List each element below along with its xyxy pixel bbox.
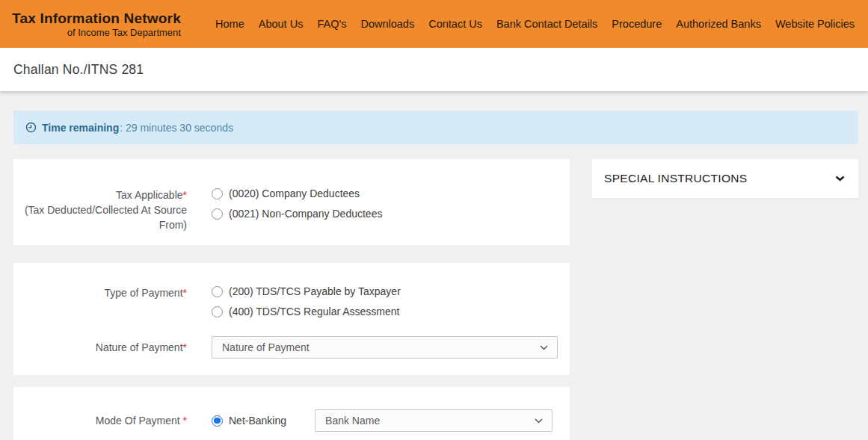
radio-label[interactable]: (0021) Non-Company Deductees — [229, 208, 382, 220]
time-remaining-value: : 29 minutes 30 seconds — [120, 122, 233, 134]
required-asterisk: * — [183, 287, 187, 299]
nav-faqs[interactable]: FAQ's — [317, 18, 346, 30]
special-instructions-panel[interactable]: SPECIAL INSTRUCTIONS — [592, 159, 858, 198]
tax-applicable-sublabel: (Tax Deducted/Collected At Source — [25, 204, 187, 216]
radio-row: (400) TDS/TCS Regular Assessment — [212, 306, 401, 317]
main-nav: Home About Us FAQ's Downloads Contact Us… — [215, 18, 856, 30]
tax-applicable-label: Tax Applicable* (Tax Deducted/Collected … — [13, 188, 187, 232]
radio-200-tds-tcs-payable[interactable] — [212, 286, 223, 297]
select-value: Bank Name — [325, 415, 535, 427]
radio-row: (0020) Company Deductees — [212, 188, 382, 199]
nav-website-policies[interactable]: Website Policies — [775, 18, 855, 30]
nav-downloads[interactable]: Downloads — [360, 18, 414, 30]
nav-home[interactable]: Home — [215, 18, 244, 30]
nature-of-payment-select[interactable]: Nature of Payment — [212, 336, 558, 359]
radio-row: (0021) Non-Company Deductees — [212, 208, 382, 220]
chevron-down-icon[interactable] — [835, 176, 845, 182]
logo-subtitle: of Income Tax Department — [67, 27, 181, 39]
radio-label[interactable]: Net-Banking — [229, 415, 286, 427]
required-asterisk: * — [183, 341, 187, 353]
time-remaining-label: Time remaining — [42, 122, 119, 134]
site-logo[interactable]: Tax Information Network of Income Tax De… — [12, 10, 181, 39]
radio-net-banking[interactable] — [212, 415, 223, 427]
mode-of-payment-label: Mode Of Payment * — [13, 413, 187, 428]
radio-label[interactable]: (400) TDS/TCS Regular Assessment — [229, 306, 400, 317]
page-title-bar: Challan No./ITNS 281 — [0, 48, 868, 91]
select-value: Nature of Payment — [222, 341, 540, 353]
special-instructions-title: SPECIAL INSTRUCTIONS — [604, 172, 747, 185]
required-asterisk: * — [183, 189, 187, 201]
sidebar-column: SPECIAL INSTRUCTIONS — [592, 159, 858, 198]
radio-row: (200) TDS/TCS Payable by Taxpayer — [212, 285, 401, 297]
logo-title: Tax Information Network — [12, 10, 181, 27]
required-asterisk: * — [183, 415, 187, 427]
tax-applicable-section: Tax Applicable* (Tax Deducted/Collected … — [13, 159, 570, 245]
radio-400-tds-tcs-regular[interactable] — [212, 306, 223, 317]
form-column: Tax Applicable* (Tax Deducted/Collected … — [13, 159, 570, 440]
payment-type-section: Type of Payment* (200) TDS/TCS Payable b… — [13, 263, 570, 375]
time-remaining-banner: Time remaining : 29 minutes 30 seconds — [13, 111, 858, 144]
mode-of-payment-section: Mode Of Payment * Net-Banking Bank Name — [13, 387, 570, 440]
type-of-payment-label: Type of Payment* — [13, 285, 187, 326]
radio-0021-non-company-deductees[interactable] — [212, 208, 223, 220]
radio-label[interactable]: (200) TDS/TCS Payable by Taxpayer — [229, 285, 401, 297]
nav-procedure[interactable]: Procedure — [612, 18, 662, 30]
chevron-down-icon — [540, 345, 548, 350]
page-title: Challan No./ITNS 281 — [13, 62, 144, 78]
nav-contact-us[interactable]: Contact Us — [428, 18, 482, 30]
nav-bank-contact-details[interactable]: Bank Contact Details — [496, 18, 597, 30]
clock-icon — [25, 122, 37, 133]
nav-authorized-banks[interactable]: Authorized Banks — [676, 18, 761, 30]
top-header: Tax Information Network of Income Tax De… — [0, 0, 868, 48]
nature-of-payment-label: Nature of Payment* — [13, 340, 187, 355]
chevron-down-icon — [535, 418, 543, 424]
bank-name-select[interactable]: Bank Name — [315, 409, 552, 432]
radio-0020-company-deductees[interactable] — [212, 188, 223, 199]
main-content: Time remaining : 29 minutes 30 seconds T… — [0, 91, 868, 440]
nav-about-us[interactable]: About Us — [259, 18, 304, 30]
radio-label[interactable]: (0020) Company Deductees — [229, 188, 360, 199]
